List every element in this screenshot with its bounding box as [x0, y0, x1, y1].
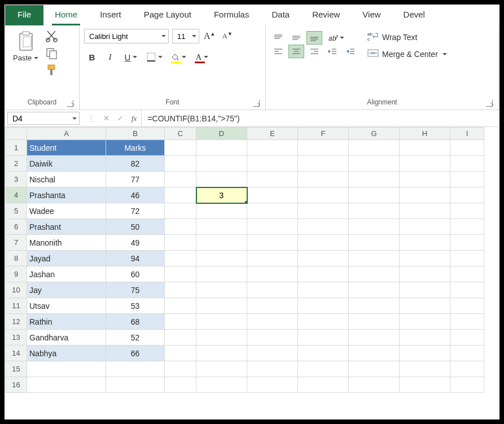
range-selector-icon[interactable]: ⋮ [87, 114, 95, 123]
cell[interactable] [247, 346, 298, 361]
cell[interactable] [165, 346, 196, 361]
cell[interactable]: Prashanta [27, 187, 106, 203]
cell[interactable]: 77 [106, 172, 165, 187]
cell[interactable] [247, 266, 298, 282]
cell[interactable] [106, 377, 165, 393]
font-color-button[interactable]: A [191, 49, 213, 65]
format-painter-icon[interactable] [45, 64, 59, 76]
cell[interactable] [165, 330, 196, 346]
copy-icon[interactable] [45, 47, 59, 59]
fill-color-button[interactable] [168, 49, 189, 65]
col-header[interactable]: A [27, 128, 106, 140]
cell[interactable] [196, 219, 247, 235]
active-cell[interactable]: 3 [196, 187, 247, 203]
row-header[interactable]: 5 [6, 203, 27, 219]
cell[interactable] [349, 361, 400, 377]
cell[interactable]: 60 [106, 266, 165, 282]
cell[interactable] [196, 346, 247, 361]
cell[interactable] [400, 314, 450, 330]
cell[interactable] [298, 361, 349, 377]
cell[interactable] [298, 266, 349, 282]
cancel-icon[interactable]: ✕ [103, 114, 109, 123]
cell[interactable] [450, 140, 484, 156]
font-size-select[interactable]: 11 [172, 29, 199, 43]
cell[interactable] [400, 219, 450, 235]
merge-center-button[interactable]: Merge & Center [367, 49, 447, 59]
row-header[interactable]: 11 [6, 298, 27, 314]
cell[interactable] [196, 235, 247, 251]
cell[interactable]: Prashant [27, 219, 106, 235]
col-header[interactable]: G [349, 128, 400, 140]
cell[interactable]: Jashan [27, 266, 106, 282]
cell[interactable] [450, 203, 484, 219]
cell[interactable] [349, 346, 400, 361]
cell[interactable] [450, 266, 484, 282]
font-name-select[interactable]: Calibri Light [84, 29, 169, 43]
row-header[interactable]: 12 [6, 314, 27, 330]
tab-insert[interactable]: Insert [89, 5, 133, 25]
cell[interactable] [400, 298, 450, 314]
cell[interactable] [165, 203, 196, 219]
select-all-corner[interactable] [6, 128, 27, 140]
cell[interactable] [196, 282, 247, 298]
underline-button[interactable]: U [120, 49, 142, 65]
cell[interactable] [349, 330, 400, 346]
cell[interactable]: 75 [106, 282, 165, 298]
tab-data[interactable]: Data [260, 5, 301, 25]
dialog-launcher-icon[interactable] [486, 100, 493, 107]
cell[interactable]: 52 [106, 330, 165, 346]
cell[interactable] [298, 235, 349, 251]
cell[interactable] [349, 314, 400, 330]
cell[interactable]: Manonith [27, 235, 106, 251]
row-header[interactable]: 4 [6, 187, 27, 203]
col-header[interactable]: I [450, 128, 484, 140]
cell[interactable] [298, 172, 349, 187]
row-header[interactable]: 9 [6, 266, 27, 282]
cell[interactable] [450, 156, 484, 172]
cell[interactable] [400, 235, 450, 251]
cell[interactable] [450, 298, 484, 314]
cell[interactable] [298, 187, 349, 203]
cell[interactable] [400, 251, 450, 266]
cell[interactable] [247, 251, 298, 266]
cell[interactable] [450, 172, 484, 187]
cell[interactable] [247, 314, 298, 330]
cell[interactable]: Marks [106, 140, 165, 156]
cell[interactable] [247, 140, 298, 156]
cell[interactable] [400, 140, 450, 156]
cell[interactable] [196, 377, 247, 393]
orientation-button[interactable]: ab [325, 31, 347, 45]
cell[interactable]: 68 [106, 314, 165, 330]
cut-icon[interactable] [45, 30, 59, 42]
cell[interactable] [400, 172, 450, 187]
col-header[interactable]: C [165, 128, 196, 140]
cell[interactable] [450, 219, 484, 235]
cell[interactable] [298, 346, 349, 361]
cell[interactable] [165, 187, 196, 203]
cell[interactable] [450, 330, 484, 346]
row-header[interactable]: 15 [6, 361, 27, 377]
cell[interactable] [247, 156, 298, 172]
cell[interactable] [400, 187, 450, 203]
decrease-indent-button[interactable] [325, 45, 340, 58]
cell[interactable] [196, 172, 247, 187]
cell[interactable] [450, 282, 484, 298]
cell[interactable]: Jay [27, 282, 106, 298]
cell[interactable] [349, 187, 400, 203]
cell[interactable] [400, 346, 450, 361]
col-header[interactable]: B [106, 128, 165, 140]
cell[interactable] [247, 172, 298, 187]
cell[interactable] [196, 266, 247, 282]
col-header[interactable]: F [298, 128, 349, 140]
cell[interactable] [165, 298, 196, 314]
tab-page-layout[interactable]: Page Layout [133, 5, 203, 25]
row-header[interactable]: 10 [6, 282, 27, 298]
cell[interactable] [165, 172, 196, 187]
row-header[interactable]: 2 [6, 156, 27, 172]
cell[interactable]: 72 [106, 203, 165, 219]
cell[interactable] [450, 187, 484, 203]
cell[interactable] [196, 314, 247, 330]
cell[interactable] [298, 377, 349, 393]
tab-file[interactable]: File [5, 5, 43, 25]
spreadsheet-grid[interactable]: A B C D E F G H I 1 Student Marks 2Daiwi… [5, 127, 499, 419]
